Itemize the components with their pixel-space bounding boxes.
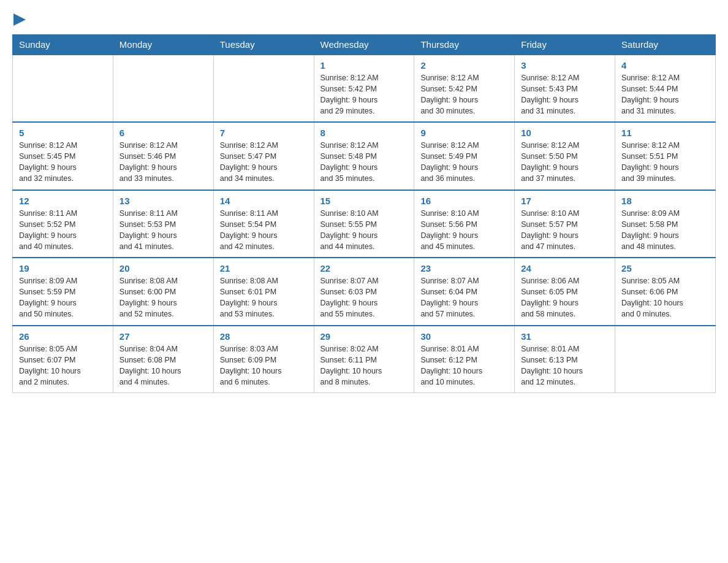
- day-number: 2: [420, 60, 508, 71]
- calendar-cell: 28Sunrise: 8:03 AM Sunset: 6:09 PM Dayli…: [213, 326, 314, 393]
- calendar-cell: 7Sunrise: 8:12 AM Sunset: 5:47 PM Daylig…: [213, 122, 314, 190]
- day-number: 13: [119, 196, 207, 206]
- weekday-header-monday: Monday: [113, 34, 213, 55]
- calendar-cell: 31Sunrise: 8:01 AM Sunset: 6:13 PM Dayli…: [515, 326, 615, 393]
- day-info: Sunrise: 8:07 AM Sunset: 6:03 PM Dayligh…: [320, 275, 408, 320]
- day-number: 21: [220, 263, 308, 274]
- day-number: 7: [220, 128, 308, 138]
- day-info: Sunrise: 8:10 AM Sunset: 5:57 PM Dayligh…: [521, 208, 609, 253]
- calendar-cell: 25Sunrise: 8:05 AM Sunset: 6:06 PM Dayli…: [615, 258, 716, 326]
- day-info: Sunrise: 8:12 AM Sunset: 5:48 PM Dayligh…: [320, 140, 408, 185]
- day-info: Sunrise: 8:01 AM Sunset: 6:13 PM Dayligh…: [521, 343, 609, 388]
- calendar-cell: 26Sunrise: 8:05 AM Sunset: 6:07 PM Dayli…: [13, 326, 113, 393]
- day-info: Sunrise: 8:05 AM Sunset: 6:06 PM Dayligh…: [621, 275, 709, 320]
- day-number: 30: [420, 331, 508, 342]
- day-info: Sunrise: 8:07 AM Sunset: 6:04 PM Dayligh…: [420, 275, 508, 320]
- calendar-cell: 19Sunrise: 8:09 AM Sunset: 5:59 PM Dayli…: [13, 258, 113, 326]
- day-number: 23: [420, 263, 508, 274]
- calendar-cell: 6Sunrise: 8:12 AM Sunset: 5:46 PM Daylig…: [113, 122, 213, 190]
- day-info: Sunrise: 8:11 AM Sunset: 5:53 PM Dayligh…: [119, 208, 207, 253]
- day-info: Sunrise: 8:04 AM Sunset: 6:08 PM Dayligh…: [119, 343, 207, 388]
- day-info: Sunrise: 8:12 AM Sunset: 5:43 PM Dayligh…: [521, 72, 609, 117]
- day-number: 14: [220, 196, 308, 206]
- calendar-cell: [615, 326, 716, 393]
- day-info: Sunrise: 8:01 AM Sunset: 6:12 PM Dayligh…: [420, 343, 508, 388]
- day-info: Sunrise: 8:02 AM Sunset: 6:11 PM Dayligh…: [320, 343, 408, 388]
- day-info: Sunrise: 8:11 AM Sunset: 5:54 PM Dayligh…: [220, 208, 308, 253]
- day-info: Sunrise: 8:12 AM Sunset: 5:45 PM Dayligh…: [19, 140, 107, 185]
- day-info: Sunrise: 8:08 AM Sunset: 6:00 PM Dayligh…: [119, 275, 207, 320]
- day-number: 6: [119, 128, 207, 138]
- day-info: Sunrise: 8:03 AM Sunset: 6:09 PM Dayligh…: [220, 343, 308, 388]
- calendar-week-row: 26Sunrise: 8:05 AM Sunset: 6:07 PM Dayli…: [13, 326, 716, 393]
- calendar-cell: 13Sunrise: 8:11 AM Sunset: 5:53 PM Dayli…: [113, 190, 213, 258]
- calendar-cell: 3Sunrise: 8:12 AM Sunset: 5:43 PM Daylig…: [515, 55, 615, 122]
- logo: [12, 12, 26, 28]
- calendar-cell: [213, 55, 314, 122]
- weekday-header-saturday: Saturday: [615, 34, 716, 55]
- day-number: 31: [521, 331, 609, 342]
- day-info: Sunrise: 8:09 AM Sunset: 5:59 PM Dayligh…: [19, 275, 107, 320]
- day-number: 12: [19, 196, 107, 206]
- calendar-cell: 21Sunrise: 8:08 AM Sunset: 6:01 PM Dayli…: [213, 258, 314, 326]
- calendar-cell: [13, 55, 113, 122]
- day-info: Sunrise: 8:12 AM Sunset: 5:51 PM Dayligh…: [621, 140, 709, 185]
- calendar-cell: 30Sunrise: 8:01 AM Sunset: 6:12 PM Dayli…: [414, 326, 515, 393]
- calendar-cell: 1Sunrise: 8:12 AM Sunset: 5:42 PM Daylig…: [314, 55, 414, 122]
- calendar-cell: 8Sunrise: 8:12 AM Sunset: 5:48 PM Daylig…: [314, 122, 414, 190]
- calendar-cell: [113, 55, 213, 122]
- day-number: 27: [119, 331, 207, 342]
- day-number: 9: [420, 128, 508, 138]
- day-info: Sunrise: 8:10 AM Sunset: 5:55 PM Dayligh…: [320, 208, 408, 253]
- day-number: 17: [521, 196, 609, 206]
- calendar-cell: 27Sunrise: 8:04 AM Sunset: 6:08 PM Dayli…: [113, 326, 213, 393]
- calendar-cell: 5Sunrise: 8:12 AM Sunset: 5:45 PM Daylig…: [13, 122, 113, 190]
- day-info: Sunrise: 8:10 AM Sunset: 5:56 PM Dayligh…: [420, 208, 508, 253]
- day-number: 4: [621, 60, 709, 71]
- day-number: 24: [521, 263, 609, 274]
- day-info: Sunrise: 8:12 AM Sunset: 5:47 PM Dayligh…: [220, 140, 308, 185]
- day-info: Sunrise: 8:12 AM Sunset: 5:49 PM Dayligh…: [420, 140, 508, 185]
- svg-marker-0: [13, 13, 26, 26]
- day-number: 22: [320, 263, 408, 274]
- weekday-header-row: SundayMondayTuesdayWednesdayThursdayFrid…: [13, 34, 716, 55]
- weekday-header-wednesday: Wednesday: [314, 34, 414, 55]
- calendar-cell: 29Sunrise: 8:02 AM Sunset: 6:11 PM Dayli…: [314, 326, 414, 393]
- day-info: Sunrise: 8:11 AM Sunset: 5:52 PM Dayligh…: [19, 208, 107, 253]
- day-number: 19: [19, 263, 107, 274]
- day-number: 1: [320, 60, 408, 71]
- calendar-table: SundayMondayTuesdayWednesdayThursdayFrid…: [12, 34, 716, 394]
- page-header: [12, 12, 716, 28]
- day-number: 3: [521, 60, 609, 71]
- calendar-cell: 10Sunrise: 8:12 AM Sunset: 5:50 PM Dayli…: [515, 122, 615, 190]
- calendar-week-row: 19Sunrise: 8:09 AM Sunset: 5:59 PM Dayli…: [13, 258, 716, 326]
- day-info: Sunrise: 8:12 AM Sunset: 5:44 PM Dayligh…: [621, 72, 709, 117]
- calendar-cell: 14Sunrise: 8:11 AM Sunset: 5:54 PM Dayli…: [213, 190, 314, 258]
- calendar-cell: 11Sunrise: 8:12 AM Sunset: 5:51 PM Dayli…: [615, 122, 716, 190]
- day-info: Sunrise: 8:12 AM Sunset: 5:42 PM Dayligh…: [420, 72, 508, 117]
- calendar-cell: 20Sunrise: 8:08 AM Sunset: 6:00 PM Dayli…: [113, 258, 213, 326]
- day-info: Sunrise: 8:12 AM Sunset: 5:50 PM Dayligh…: [521, 140, 609, 185]
- calendar-cell: 18Sunrise: 8:09 AM Sunset: 5:58 PM Dayli…: [615, 190, 716, 258]
- day-number: 11: [621, 128, 709, 138]
- day-info: Sunrise: 8:05 AM Sunset: 6:07 PM Dayligh…: [19, 343, 107, 388]
- day-info: Sunrise: 8:06 AM Sunset: 6:05 PM Dayligh…: [521, 275, 609, 320]
- weekday-header-tuesday: Tuesday: [213, 34, 314, 55]
- calendar-cell: 24Sunrise: 8:06 AM Sunset: 6:05 PM Dayli…: [515, 258, 615, 326]
- weekday-header-thursday: Thursday: [414, 34, 515, 55]
- day-info: Sunrise: 8:08 AM Sunset: 6:01 PM Dayligh…: [220, 275, 308, 320]
- weekday-header-sunday: Sunday: [13, 34, 113, 55]
- calendar-cell: 16Sunrise: 8:10 AM Sunset: 5:56 PM Dayli…: [414, 190, 515, 258]
- day-number: 29: [320, 331, 408, 342]
- day-info: Sunrise: 8:09 AM Sunset: 5:58 PM Dayligh…: [621, 208, 709, 253]
- calendar-week-row: 1Sunrise: 8:12 AM Sunset: 5:42 PM Daylig…: [13, 55, 716, 122]
- logo-arrow-icon: [13, 13, 26, 26]
- day-number: 10: [521, 128, 609, 138]
- day-number: 15: [320, 196, 408, 206]
- day-number: 18: [621, 196, 709, 206]
- day-number: 26: [19, 331, 107, 342]
- day-number: 16: [420, 196, 508, 206]
- day-number: 28: [220, 331, 308, 342]
- day-number: 5: [19, 128, 107, 138]
- calendar-cell: 22Sunrise: 8:07 AM Sunset: 6:03 PM Dayli…: [314, 258, 414, 326]
